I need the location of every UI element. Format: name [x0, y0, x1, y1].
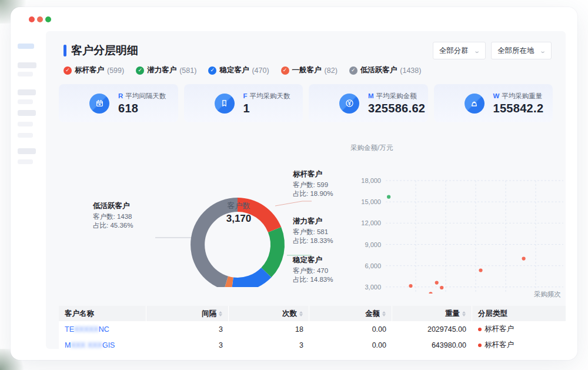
kpi-label-text: 平均采购天数 — [250, 92, 290, 99]
legend-item-一般客户[interactable]: ✓一般客户(82) — [281, 65, 338, 75]
sidebar-skeleton-item[interactable] — [18, 122, 33, 126]
column-header-重量[interactable]: 重量 — [392, 306, 472, 321]
legend-count: (82) — [325, 66, 338, 75]
interval-cell: 3 — [146, 321, 229, 337]
kpi-label: W平均采购重量 — [493, 92, 544, 101]
customer-name-cell: TEXXXXXNC — [59, 321, 146, 337]
scatter-point — [429, 292, 432, 294]
kpi-card-F: F平均采购天数1 — [184, 84, 303, 122]
window-traffic-lights — [29, 16, 51, 22]
close-window-button[interactable] — [29, 16, 35, 22]
scatter-point — [522, 257, 526, 261]
kpi-label-text: 平均采购金额 — [376, 92, 417, 99]
sidebar-skeleton-item[interactable] — [18, 89, 36, 95]
column-header-label: 间隔 — [202, 309, 216, 319]
column-header-间隔[interactable]: 间隔 — [146, 306, 229, 321]
callout-pct: 占比: 45.36% — [93, 221, 133, 231]
table-row: MXXX XXXGIS330.00643980.00标杆客户 — [59, 337, 566, 353]
sort-icon[interactable] — [462, 311, 466, 316]
sidebar-skeleton-item[interactable] — [18, 148, 36, 154]
sort-ascending-caret — [299, 311, 303, 314]
column-header-label: 金额 — [365, 309, 380, 319]
zoom-window-button[interactable] — [45, 16, 51, 22]
scatter-point — [435, 281, 439, 285]
sidebar-skeleton-item[interactable] — [18, 62, 36, 68]
group-filter-select[interactable]: 全部分群 ⌄ — [433, 42, 486, 59]
name-visible-suffix: GIS — [102, 341, 115, 349]
callout-name: 低活跃客户 — [93, 201, 133, 211]
weight-cell: 2029745.00 — [392, 321, 472, 337]
sort-descending-caret — [462, 314, 466, 316]
svg-text:3,000: 3,000 — [365, 284, 381, 291]
legend-count: (599) — [107, 66, 124, 75]
sidebar-skeleton-item[interactable] — [18, 133, 33, 138]
kpi-value: 325586.62 — [368, 102, 425, 115]
amount-cell: 0.00 — [309, 337, 392, 353]
callout-name: 潜力客户 — [293, 216, 333, 226]
legend-count: (470) — [252, 66, 269, 75]
yuan-icon — [339, 94, 359, 114]
svg-text:6,000: 6,000 — [365, 262, 381, 269]
column-header-分层类型: 分层类型 — [472, 306, 566, 321]
check-circle-icon: ✓ — [136, 66, 144, 75]
interval-cell: 3 — [146, 337, 229, 353]
kpi-label-text: 平均间隔天数 — [125, 92, 166, 99]
legend-label: 稳定客户 — [219, 65, 249, 75]
donut-callout-稳定客户: 稳定客户客户数: 470占比: 14.83% — [293, 255, 333, 285]
callout-count: 客户数: 599 — [293, 181, 333, 190]
scatter-x-axis-title: 采购频次 — [514, 290, 561, 299]
legend-label: 一般客户 — [292, 65, 322, 75]
group-filter-label: 全部分群 — [439, 46, 469, 56]
location-filter-select[interactable]: 全部所在地 ⌄ — [491, 42, 552, 59]
customer-name-cell: MXXX XXXGIS — [59, 337, 146, 353]
screenshot-canvas: 客户分层明细 全部分群 ⌄ 全部所在地 ⌄ ✓标杆客户(599)✓潜力客户(58… — [0, 0, 588, 370]
legend-count: (581) — [179, 66, 196, 75]
kpi-letter: R — [118, 92, 123, 99]
segment-type-label: 标杆客户 — [485, 340, 514, 350]
column-header-label: 分层类型 — [478, 309, 507, 319]
sort-icon[interactable] — [219, 311, 222, 316]
donut-center-value: 3,170 — [203, 213, 274, 225]
legend-item-稳定客户[interactable]: ✓稳定客户(470) — [208, 65, 269, 75]
sort-descending-caret — [299, 314, 303, 316]
column-header-金额[interactable]: 金额 — [309, 306, 392, 321]
calendar-icon — [89, 94, 109, 114]
sidebar-skeleton-item[interactable] — [18, 110, 36, 116]
sort-icon[interactable] — [299, 311, 303, 316]
table-header: 客户名称间隔次数金额重量分层类型 — [59, 306, 566, 321]
legend-item-标杆客户[interactable]: ✓标杆客户(599) — [64, 65, 124, 75]
legend-item-潜力客户[interactable]: ✓潜力客户(581) — [136, 65, 196, 75]
callout-count: 客户数: 581 — [293, 228, 333, 237]
customer-name-link[interactable]: MXXX XXXGIS — [65, 341, 115, 349]
sidebar-skeleton-item[interactable] — [18, 159, 33, 164]
column-header-label: 客户名称 — [65, 309, 94, 319]
sidebar-skeleton-item[interactable] — [18, 99, 33, 104]
callout-pct: 占比: 18.90% — [293, 189, 333, 199]
donut-callout-标杆客户: 标杆客户客户数: 599占比: 18.90% — [293, 169, 333, 199]
table-row: TEXXXXXNC3180.002029745.00标杆客户 — [59, 321, 566, 337]
name-visible-prefix: TE — [65, 325, 74, 334]
sort-icon[interactable] — [382, 311, 386, 316]
check-circle-icon: ✓ — [64, 66, 72, 75]
sort-ascending-caret — [382, 311, 386, 314]
svg-text:12,000: 12,000 — [361, 219, 381, 226]
scatter-point — [387, 195, 390, 199]
weight-icon — [465, 94, 485, 114]
customer-name-link[interactable]: TEXXXXXNC — [65, 325, 109, 334]
weight-cell: 643980.00 — [392, 337, 472, 353]
chevron-down-icon: ⌄ — [473, 48, 480, 54]
legend-item-低活跃客户[interactable]: ✓低活跃客户(1438) — [349, 65, 422, 75]
customer-table: 客户名称间隔次数金额重量分层类型 TEXXXXXNC3180.002029745… — [59, 306, 566, 353]
sidebar-skeleton-item[interactable] — [18, 72, 33, 76]
minimize-window-button[interactable] — [37, 16, 43, 22]
kpi-text: F平均采购天数1 — [243, 92, 290, 115]
sidebar-skeleton-item[interactable] — [18, 44, 34, 49]
legend-label: 标杆客户 — [75, 65, 104, 75]
scatter-point — [479, 268, 482, 272]
segment-type-cell: 标杆客户 — [472, 321, 566, 337]
kpi-label: F平均采购天数 — [243, 92, 290, 101]
column-header-次数[interactable]: 次数 — [229, 306, 309, 321]
kpi-value: 155842.2 — [493, 102, 544, 115]
segment-legend: ✓标杆客户(599)✓潜力客户(581)✓稳定客户(470)✓一般客户(82)✓… — [64, 65, 421, 75]
callout-count: 客户数: 1438 — [93, 212, 133, 222]
